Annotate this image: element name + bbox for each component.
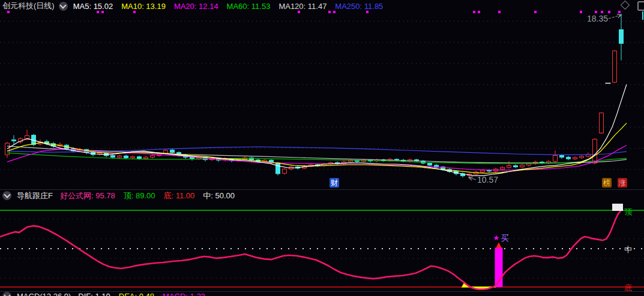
mid-level-label: 中 bbox=[624, 245, 632, 254]
macd-value-item: MACD: 1.23 bbox=[163, 292, 205, 296]
macd-value-item: DIF: 1.10 bbox=[78, 292, 110, 296]
top-level-label: 顶 bbox=[624, 207, 633, 216]
indicator-value-item: 底: 11.00 bbox=[163, 191, 194, 200]
macd-header: MACD(12,26,9) DIF: 1.10DEA: 0.48MACD: 1.… bbox=[0, 291, 644, 296]
ma-legend-item: MA20: 12.14 bbox=[174, 2, 218, 11]
ma-legend-item: MA5: 15.02 bbox=[73, 2, 113, 11]
titlebar: 创元科技(日线) MA5: 15.02MA10: 13.19MA20: 12.1… bbox=[0, 0, 644, 12]
macd-chevron-down-icon[interactable] bbox=[2, 292, 11, 296]
current-value-box bbox=[612, 204, 623, 211]
candles-layer bbox=[5, 11, 644, 179]
ma-legend-item: MA250: 11.85 bbox=[335, 2, 383, 11]
buy-signal-label: 买 bbox=[501, 234, 509, 243]
chart-tag-badge[interactable]: 涨 bbox=[618, 178, 627, 188]
indicator-value-item: 中: 50.00 bbox=[203, 191, 235, 200]
indicator-curve bbox=[0, 210, 622, 289]
high-price-label: 18.35 bbox=[587, 14, 608, 23]
indicator-value-item: 顶: 89.00 bbox=[124, 191, 155, 200]
sub-indicator-layer: ★买顶中底 bbox=[0, 204, 644, 292]
stock-title: 创元科技(日线) bbox=[2, 1, 55, 11]
chart-tag-badge[interactable]: 财 bbox=[330, 178, 339, 188]
ma-legend-item: MA120: 11.47 bbox=[278, 2, 327, 11]
chevron-down-icon[interactable] bbox=[59, 2, 68, 11]
ma-legend: MA5: 15.02MA10: 13.19MA20: 12.14MA60: 11… bbox=[73, 2, 392, 11]
indicator-header: 导航跟庄F 好公式网: 95.78顶: 89.00底: 11.00中: 50.0… bbox=[0, 191, 644, 201]
ma-legend-item: MA10: 13.19 bbox=[121, 2, 166, 11]
buy-star-icon: ★ bbox=[493, 234, 500, 242]
main-chart-layer: 18.3510.57 bbox=[0, 11, 644, 185]
buy-arrow-icon bbox=[496, 242, 502, 248]
macd-value-item: DEA: 0.48 bbox=[119, 292, 154, 296]
indicator-values: 好公式网: 95.78顶: 89.00底: 11.00中: 50.00 bbox=[60, 191, 243, 201]
indicator-chevron-down-icon[interactable] bbox=[2, 191, 11, 200]
low-price-label: 10.57 bbox=[477, 175, 498, 185]
macd-name: MACD(12,26,9) bbox=[17, 292, 71, 296]
macd-values: DIF: 1.10DEA: 0.48MACD: 1.23 bbox=[78, 292, 214, 296]
chart-canvas[interactable]: 18.3510.57★买顶中底 bbox=[0, 0, 644, 296]
indicator-value-item: 好公式网: 95.78 bbox=[60, 191, 115, 200]
indicator-name[interactable]: 导航跟庄F bbox=[17, 191, 53, 201]
ma-legend-item: MA60: 11.53 bbox=[227, 2, 271, 11]
stock-chart-window: 18.3510.57★买顶中底 创元科技(日线) MA5: 15.02MA10:… bbox=[0, 0, 644, 296]
chart-tag-badge[interactable]: 榜 bbox=[602, 178, 612, 188]
